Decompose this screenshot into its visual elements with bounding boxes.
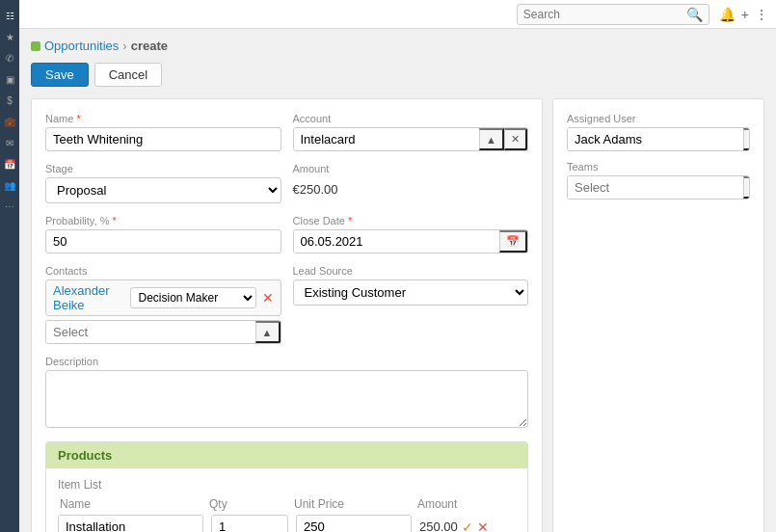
search-icon[interactable]: 🔍: [686, 7, 703, 22]
sidebar-dollar-icon[interactable]: $: [2, 93, 17, 108]
stage-label: Stage: [45, 163, 281, 174]
close-date-label: Close Date *: [293, 215, 529, 226]
assigned-user-input-group: ▲ ✕: [567, 127, 750, 151]
close-date-calendar-btn[interactable]: 📅: [499, 230, 527, 253]
stage-group: Stage Proposal Prospecting Qualification…: [45, 163, 281, 203]
sidebar-calendar-icon[interactable]: 📅: [2, 156, 17, 172]
sidebar-star-icon[interactable]: ★: [2, 29, 17, 44]
contact-up-btn[interactable]: ▲: [255, 321, 281, 343]
lead-source-group: Lead Source Existing Customer Cold Call …: [293, 265, 529, 344]
product-qty-input[interactable]: [211, 515, 288, 532]
contact-item: Alexander Beike Decision Maker Evaluator…: [45, 279, 281, 316]
search-box[interactable]: 🔍: [517, 4, 709, 25]
products-body: Item List Name Qty Unit Price Amount ▲: [46, 468, 527, 532]
contact-select-input[interactable]: [46, 321, 255, 343]
product-row: ▲ 250.00 ✓ ✕: [58, 515, 516, 532]
probability-group: Probability, % *: [45, 215, 281, 253]
side-panel: Assigned User ▲ ✕ Teams ▲: [552, 98, 764, 532]
product-price-input[interactable]: [296, 515, 412, 532]
product-amount: 250.00 ✓ ✕: [419, 519, 516, 533]
close-date-input-group: 📅: [293, 229, 529, 253]
col-amount-header: Amount: [417, 497, 514, 511]
account-clear-btn[interactable]: ✕: [504, 128, 527, 150]
account-input[interactable]: [294, 128, 480, 150]
sidebar-users-icon[interactable]: 👥: [2, 177, 17, 193]
name-account-row: Name * Account ▲ ✕: [45, 113, 528, 151]
probability-label: Probability, % *: [45, 215, 281, 226]
sidebar-grid-icon[interactable]: ☷: [2, 8, 17, 23]
lead-source-label: Lead Source: [293, 265, 529, 277]
account-input-group: ▲ ✕: [293, 127, 529, 151]
col-qty-header: Qty: [209, 497, 286, 511]
description-group: Description: [45, 356, 528, 428]
sidebar-phone-icon[interactable]: ✆: [2, 50, 17, 66]
probability-input[interactable]: [45, 229, 281, 253]
amount-group: Amount €250.00: [293, 163, 529, 203]
sidebar-briefcase-icon[interactable]: 💼: [2, 114, 17, 129]
col-name-header: Name: [60, 497, 201, 511]
product-amount-value: 250.00: [419, 519, 458, 532]
name-group: Name *: [45, 113, 281, 151]
name-label: Name *: [45, 113, 281, 124]
topbar: 🔍 🔔 + ⋮: [19, 0, 776, 29]
product-remove-icon[interactable]: ✕: [477, 519, 489, 533]
close-date-input[interactable]: [294, 230, 500, 253]
breadcrumb-dot: [31, 41, 40, 51]
contacts-list: Alexander Beike Decision Maker Evaluator…: [45, 279, 281, 344]
prob-date-row: Probability, % * Close Date * 📅: [45, 215, 528, 253]
products-section: Products Item List Name Qty Unit Price A…: [45, 441, 528, 532]
action-bar: Save Cancel: [31, 63, 764, 87]
description-label: Description: [45, 356, 528, 367]
teams-label: Teams: [567, 161, 750, 173]
save-button[interactable]: Save: [31, 63, 89, 87]
cancel-button[interactable]: Cancel: [94, 63, 162, 87]
teams-input[interactable]: [568, 176, 743, 199]
search-input[interactable]: [523, 8, 681, 21]
assigned-user-label: Assigned User: [567, 113, 750, 124]
breadcrumb: Opportunities › create: [31, 39, 764, 53]
add-icon[interactable]: +: [741, 7, 749, 22]
teams-input-group: ▲: [567, 175, 750, 200]
products-header: Products: [46, 442, 527, 468]
product-name-group: ▲: [58, 515, 203, 532]
name-input[interactable]: [45, 127, 281, 151]
stage-amount-row: Stage Proposal Prospecting Qualification…: [45, 163, 528, 203]
contact-remove-icon[interactable]: ✕: [262, 290, 274, 306]
account-group: Account ▲ ✕: [293, 113, 529, 151]
account-label: Account: [293, 113, 529, 124]
form-wrapper: Name * Account ▲ ✕: [31, 98, 764, 532]
close-date-group: Close Date * 📅: [293, 215, 529, 253]
col-unit-price-header: Unit Price: [294, 497, 410, 511]
breadcrumb-current: create: [131, 39, 168, 53]
assigned-user-input[interactable]: [568, 128, 743, 150]
teams-up-btn[interactable]: ▲: [743, 176, 750, 199]
sidebar-chart-icon[interactable]: ▣: [2, 71, 17, 87]
main-content: 🔍 🔔 + ⋮ Opportunities › create Save Canc…: [19, 0, 776, 532]
bell-icon[interactable]: 🔔: [719, 7, 736, 22]
stage-select[interactable]: Proposal Prospecting Qualification Negot…: [45, 177, 281, 203]
contact-role-select[interactable]: Decision Maker Evaluator Executive Spons…: [130, 287, 256, 308]
contacts-group: Contacts Alexander Beike Decision Maker …: [45, 265, 281, 344]
main-form: Name * Account ▲ ✕: [31, 98, 543, 532]
product-edit-icon[interactable]: ✓: [462, 519, 473, 533]
amount-label: Amount: [293, 163, 529, 174]
contacts-lead-row: Contacts Alexander Beike Decision Maker …: [45, 265, 528, 344]
breadcrumb-separator: ›: [122, 39, 126, 53]
breadcrumb-parent[interactable]: Opportunities: [44, 39, 119, 53]
products-table-header: Name Qty Unit Price Amount: [58, 497, 516, 511]
contact-name[interactable]: Alexander Beike: [53, 283, 124, 312]
contacts-label: Contacts: [45, 265, 281, 277]
assigned-user-up-btn[interactable]: ▲: [743, 128, 750, 150]
amount-display: €250.00: [293, 177, 529, 201]
product-name-input[interactable]: [59, 516, 203, 532]
sidebar: ☷ ★ ✆ ▣ $ 💼 ✉ 📅 👥 ⋯: [0, 0, 19, 532]
contact-select-row: ▲: [45, 320, 281, 344]
ellipsis-icon[interactable]: ⋮: [755, 7, 768, 22]
sidebar-envelope-icon[interactable]: ✉: [2, 135, 17, 150]
description-textarea[interactable]: [45, 370, 528, 428]
description-row: Description: [45, 356, 528, 428]
account-up-btn[interactable]: ▲: [479, 128, 504, 150]
item-list-label: Item List: [58, 478, 516, 492]
sidebar-more-icon[interactable]: ⋯: [2, 199, 17, 214]
lead-source-select[interactable]: Existing Customer Cold Call Email Partne…: [293, 279, 529, 306]
